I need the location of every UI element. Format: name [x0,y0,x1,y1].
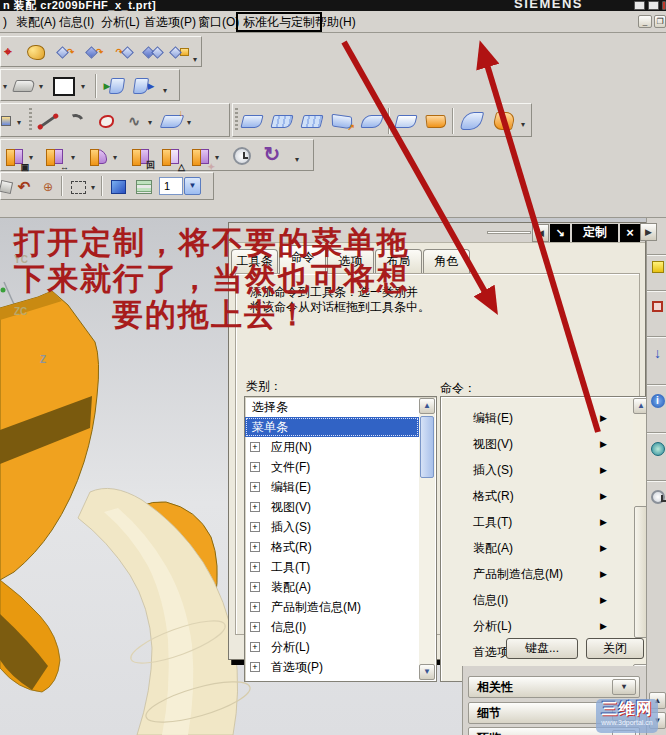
toolbar-grip[interactable] [29,108,32,132]
mdi-restore-button[interactable]: ❐ [654,15,666,28]
tree-expand-icon[interactable]: + [250,642,260,652]
minimize-window-button[interactable] [634,1,645,10]
close-button[interactable]: 关闭 [586,638,644,659]
studio-spline-icon[interactable]: ∿ [121,108,147,134]
category-item[interactable]: +插入(S) [245,517,419,537]
assembly-constraint-icon[interactable]: ↷ [53,39,79,65]
clamp-nav-right-icon[interactable]: ▶ [640,223,657,241]
layer-settings-icon[interactable] [131,174,157,200]
maximize-window-button[interactable] [648,1,659,10]
mdi-minimize-button[interactable]: _ [638,15,652,28]
tree-expand-icon[interactable]: + [250,562,260,572]
menu-preferences[interactable]: 首选项(P) [141,14,199,31]
category-item-selected[interactable]: 菜单条 [245,417,419,437]
wave-geometry-icon[interactable] [167,39,193,65]
categories-scrollbar[interactable]: ▲ ▼ [419,398,435,680]
assembly-navigator-icon[interactable] [649,258,666,275]
tree-expand-icon[interactable]: + [250,602,260,612]
section-dropdown-icon[interactable]: ▾ [163,86,167,95]
scroll-down-icon[interactable]: ▼ [419,664,435,680]
constraint-navigator-icon[interactable] [649,298,666,315]
selection-scope-value[interactable]: 1 [159,177,183,195]
menu-item-fragment[interactable]: ) [0,14,10,31]
find-component-icon[interactable]: ▣ [1,143,27,169]
web-browser-icon[interactable] [649,440,666,457]
category-item[interactable]: +视图(V) [245,497,419,517]
studio-surface-icon[interactable] [393,108,419,134]
interference-check-icon[interactable]: △ [157,143,183,169]
tree-expand-icon[interactable]: + [250,542,260,552]
assembly-wizard-icon[interactable]: ✦ [187,143,213,169]
clamp-nav-left-icon[interactable]: ◀ [532,224,549,242]
history-palette-icon[interactable] [649,488,666,505]
combo-dropdown-icon[interactable]: ▼ [184,177,201,195]
command-item[interactable]: 视图(V)▶ [441,431,633,457]
section-view-icon[interactable]: ▶ [101,73,127,99]
command-item[interactable]: 信息(I)▶ [441,587,633,613]
category-item[interactable]: +装配(A) [245,577,419,597]
undo-icon[interactable]: ↶ [13,174,35,200]
rectangle-select-icon[interactable] [65,174,91,200]
arc-icon[interactable] [63,108,89,134]
category-item[interactable]: +分析(L) [245,637,419,657]
category-item[interactable]: +首选项(P) [245,657,419,677]
bend-surface-icon[interactable] [491,108,517,134]
refresh-icon[interactable]: ↻ [259,141,285,167]
clock-icon[interactable] [229,143,255,169]
styled-sweep-icon[interactable] [359,108,385,134]
assembly-overflow-icon[interactable]: ▾ [295,155,299,164]
tree-expand-icon[interactable]: + [250,442,260,452]
panel-header-dependencies[interactable]: 相关性 ▾ [468,676,640,698]
profile-icon[interactable] [93,108,119,134]
command-item[interactable]: 插入(S)▶ [441,457,633,483]
wizard-dropdown-icon[interactable]: ▾ [215,153,219,162]
tree-expand-icon[interactable]: + [250,522,260,532]
ruled-surface-icon[interactable] [239,108,265,134]
display-mode-icon[interactable] [11,73,37,99]
tree-expand-icon[interactable]: + [250,582,260,592]
category-item[interactable]: +产品制造信息(M) [245,597,419,617]
menu-assemblies[interactable]: 装配(A) [13,14,59,31]
menu-help[interactable]: 帮助(H) [312,14,359,31]
keyboard-button[interactable]: 键盘... [506,638,578,659]
tree-expand-icon[interactable]: + [250,622,260,632]
part-navigator-icon[interactable]: ↓ [649,344,666,361]
curve-dropdown-icon[interactable]: ▾ [148,118,152,127]
display-mode-dropdown-icon[interactable]: ▾ [39,82,43,91]
category-item[interactable]: +应用(N) [245,437,419,457]
surface-overflow-icon[interactable]: ▾ [521,120,525,129]
menu-customize-highlighted[interactable]: 标准化与定制 [236,12,322,32]
through-curve-mesh-icon[interactable] [299,108,325,134]
category-item[interactable]: 选择条 [245,397,419,417]
menu-information[interactable]: 信息(I) [56,14,97,31]
command-item[interactable]: 工具(T)▶ [441,509,633,535]
tree-expand-icon[interactable]: + [250,502,260,512]
mirror-assembly-icon[interactable] [140,39,166,65]
tab-roles[interactable]: 角色 [423,249,470,273]
category-item[interactable]: +文件(F) [245,457,419,477]
replace-component-icon[interactable]: ↷ [111,39,137,65]
close-window-button[interactable] [662,1,666,10]
select-component-icon[interactable]: 回 [127,143,153,169]
color-dropdown-icon[interactable]: ▾ [81,82,85,91]
command-item[interactable]: 格式(R)▶ [441,483,633,509]
toolbar-grip[interactable] [235,108,238,132]
category-item[interactable]: +格式(R) [245,537,419,557]
category-item[interactable]: +编辑(E) [245,477,419,497]
move-component-icon[interactable]: ↷ [82,39,108,65]
tree-expand-icon[interactable]: + [250,482,260,492]
menu-analysis[interactable]: 分析(L) [98,14,143,31]
categories-list[interactable]: 选择条 菜单条 +应用(N) +文件(F) +编辑(E) +视图(V) +插入(… [244,396,437,682]
tree-expand-icon[interactable]: + [250,462,260,472]
component-position-icon[interactable]: ↔ [41,143,67,169]
scroll-up-icon[interactable]: ▲ [419,398,435,414]
point-constructor-icon[interactable]: ⊕ [37,174,59,200]
position-dropdown-icon[interactable]: ▾ [71,153,75,162]
command-item[interactable]: 分析(L)▶ [441,613,633,639]
datum-dropdown-icon[interactable]: ▾ [187,118,191,127]
command-item[interactable]: 产品制造信息(M)▶ [441,561,633,587]
palette-icon[interactable] [23,39,49,65]
toolbar-overflow-icon[interactable]: ▾ [193,55,197,64]
find-dropdown-icon[interactable]: ▾ [29,153,33,162]
bounded-plane-icon[interactable] [423,108,449,134]
